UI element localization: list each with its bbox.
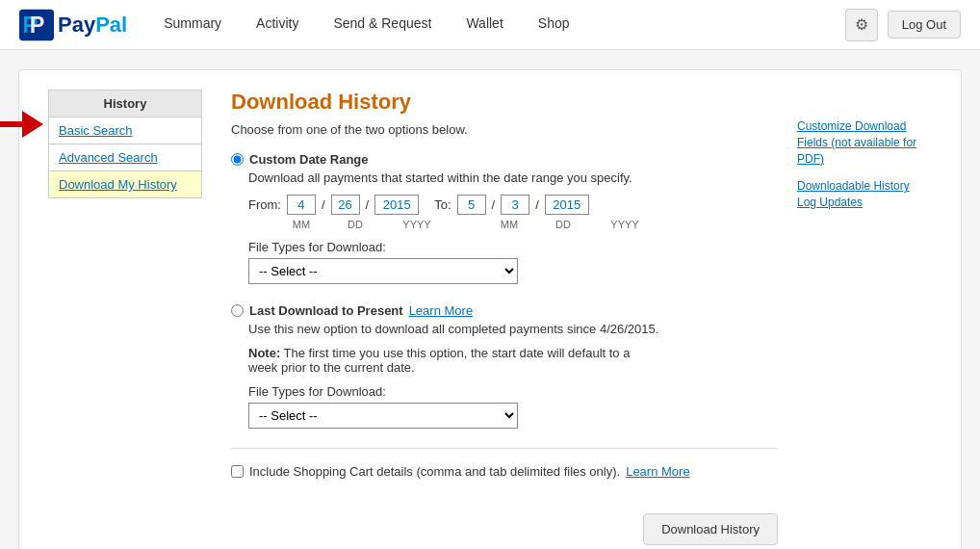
nav-shop[interactable]: Shop <box>521 0 587 50</box>
sep3: / <box>492 197 496 212</box>
sidebar-basic-search[interactable]: Basic Search <box>48 118 202 144</box>
paypal-wordmark: Pay <box>58 13 95 38</box>
file-type-dropdown-1[interactable]: -- Select -- <box>248 258 518 284</box>
file-type-select-row-2: -- Select -- <box>248 403 778 429</box>
hint-from-dd: DD <box>341 219 370 230</box>
sidebar-advanced-search[interactable]: Advanced Search <box>48 144 202 171</box>
option2-title: Last Download to Present <box>249 303 403 318</box>
custom-date-range-section: Custom Date Range Download all payments … <box>231 152 778 284</box>
sep4: / <box>535 197 539 212</box>
to-year-input[interactable] <box>545 195 589 215</box>
learn-more-link-2[interactable]: Learn More <box>626 464 689 479</box>
option1-header: Custom Date Range <box>231 152 778 167</box>
download-history-button[interactable]: Download History <box>643 513 778 545</box>
nav-right: ⚙ Log Out <box>845 9 961 41</box>
learn-more-link-1[interactable]: Learn More <box>409 303 473 318</box>
download-history-content: Download History Choose from one of the … <box>231 90 778 545</box>
settings-button[interactable]: ⚙ <box>845 9 878 41</box>
arrow-head <box>22 111 43 138</box>
nav-links: Summary Activity Send & Request Wallet S… <box>146 0 845 50</box>
option2-description: Use this new option to download all comp… <box>248 322 778 336</box>
shopping-cart-checkbox-row: Include Shopping Cart details (comma and… <box>231 448 778 479</box>
logo-area: P P PayPal <box>19 8 127 42</box>
bottom-action-bar: Download History <box>231 498 778 545</box>
last-download-radio[interactable] <box>231 304 244 317</box>
svg-text:P: P <box>30 13 45 38</box>
date-hints-row: MM DD YYYY MM DD YYYY <box>248 219 778 230</box>
page-subtitle: Choose from one of the two options below… <box>231 122 778 137</box>
option1-description: Download all payments that started withi… <box>248 170 778 185</box>
to-month-input[interactable] <box>457 195 486 215</box>
custom-date-radio[interactable] <box>231 153 244 166</box>
from-month-input[interactable] <box>287 195 316 215</box>
to-day-input[interactable] <box>501 195 529 215</box>
last-download-section: Last Download to Present Learn More Use … <box>231 303 778 429</box>
note-bold: Note: <box>248 346 280 360</box>
history-log-updates-link[interactable]: Downloadable History Log Updates <box>797 178 932 211</box>
logout-button[interactable]: Log Out <box>888 11 961 39</box>
arrow-tail <box>0 121 24 127</box>
checkbox-label: Include Shopping Cart details (comma and… <box>249 464 620 479</box>
sidebar: History Basic Search Advanced Search Dow… <box>48 90 202 545</box>
sep1: / <box>322 197 325 212</box>
top-navigation: P P PayPal Summary Activity Send & Reque… <box>0 0 980 50</box>
arrow-indicator <box>0 111 43 138</box>
page-title: Download History <box>231 90 778 115</box>
file-type-dropdown-2[interactable]: -- Select -- <box>248 403 518 429</box>
date-from-row: From: / / To: / / <box>248 195 778 215</box>
from-day-input[interactable] <box>331 195 360 215</box>
option2-header: Last Download to Present Learn More <box>231 303 778 318</box>
option2-note: Note: The first time you use this option… <box>248 346 633 375</box>
paypal-wordmark2: Pal <box>95 13 127 38</box>
full-content-layout: History Basic Search Advanced Search Dow… <box>48 90 932 545</box>
nav-summary[interactable]: Summary <box>146 0 239 50</box>
from-label: From: <box>248 197 281 212</box>
shopping-cart-checkbox[interactable] <box>231 465 244 478</box>
file-type-select-row-1: -- Select -- <box>248 258 778 284</box>
nav-send-request[interactable]: Send & Request <box>316 0 449 50</box>
option1-title: Custom Date Range <box>249 152 369 167</box>
to-label: To: <box>434 197 451 212</box>
file-type-label-2: File Types for Download: <box>248 384 778 399</box>
hint-to-dd: DD <box>549 219 578 230</box>
nav-activity[interactable]: Activity <box>239 0 316 50</box>
hint-from-yyyy: YYYY <box>395 219 439 230</box>
main-container: History Basic Search Advanced Search Dow… <box>18 69 962 549</box>
note-content: The first time you use this option, the … <box>248 346 630 375</box>
sidebar-download-history[interactable]: Download My History <box>48 171 202 198</box>
from-year-input[interactable] <box>374 195 419 215</box>
paypal-logo: P P <box>19 8 54 42</box>
hint-from-mm: MM <box>287 219 316 230</box>
sidebar-title: History <box>48 90 202 118</box>
sep2: / <box>366 197 370 212</box>
hint-to-yyyy: YYYY <box>603 219 647 230</box>
customize-fields-link[interactable]: Customize Download Fields (not available… <box>797 118 932 167</box>
nav-wallet[interactable]: Wallet <box>449 0 520 50</box>
right-sidebar: Customize Download Fields (not available… <box>797 90 932 545</box>
hint-to-mm: MM <box>495 219 524 230</box>
file-type-label-1: File Types for Download: <box>248 240 778 254</box>
